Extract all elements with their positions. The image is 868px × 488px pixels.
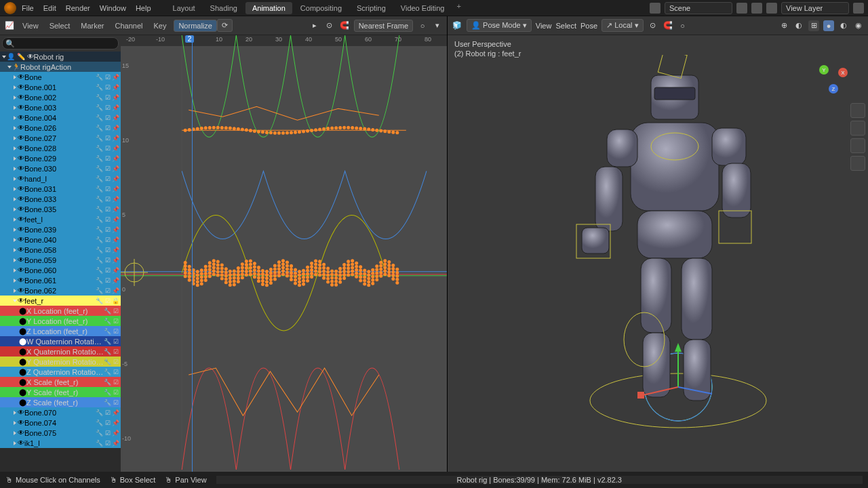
channel-bone[interactable]: 👁 Bone.074🔧☑📌: [0, 418, 121, 428]
channel-bone[interactable]: 👁 Bone.039🔧☑📌: [0, 224, 121, 235]
vp-menu-pose[interactable]: Pose: [580, 22, 597, 30]
scene-delete-icon[interactable]: [751, 3, 762, 14]
mode-dropdown[interactable]: 👤 Pose Mode ▾: [467, 19, 532, 32]
ge-menu-marker[interactable]: Marker: [77, 20, 107, 31]
channel-bone[interactable]: 👁 Bone.062🔧☑📌: [0, 285, 121, 296]
channel-bone[interactable]: 👁 Bone.026🔧☑📌: [0, 123, 121, 133]
channel-bone[interactable]: 👁 Bone.030🔧☑📌: [0, 163, 121, 174]
playhead[interactable]: 2: [192, 35, 193, 472]
channel-fcurve[interactable]: ⬤ Y Scale (feet_r)🔧☑: [0, 387, 121, 397]
menu-file[interactable]: File: [22, 4, 34, 12]
pivot-icon[interactable]: ⊙: [324, 20, 335, 31]
vp-menu-select[interactable]: Select: [555, 22, 576, 30]
cursor-tool-icon[interactable]: ▸: [309, 20, 320, 31]
channel-bone[interactable]: 👁 Bone🔧☑📌: [0, 72, 121, 82]
shading-solid-icon[interactable]: ●: [823, 20, 834, 31]
channel-bone[interactable]: 👁 Bone.002🔧☑📌: [0, 92, 121, 102]
channel-bone[interactable]: 👁 Bone.070🔧☑📌: [0, 407, 121, 418]
ge-menu-view[interactable]: View: [19, 20, 42, 31]
axis-y-icon[interactable]: Y: [819, 65, 829, 75]
channel-bone[interactable]: 👁 Bone.001🔧☑📌: [0, 82, 121, 92]
channel-bone[interactable]: 👁 Bone.075🔧☑📌: [0, 428, 121, 438]
channel-bone[interactable]: 👁 ik1_l🔧☑📌: [0, 438, 121, 448]
channel-search-input[interactable]: [2, 37, 119, 49]
graph-cursor-icon[interactable]: [121, 259, 148, 286]
channel-bone[interactable]: 👁 Bone.040🔧☑📌: [0, 235, 121, 245]
proportional-icon[interactable]: ○: [417, 20, 428, 31]
axis-gizmo[interactable]: X Y Z: [814, 56, 854, 96]
camera-view-icon[interactable]: [850, 138, 865, 153]
tab-scripting[interactable]: Scripting: [350, 2, 393, 14]
tab-video-editing[interactable]: Video Editing: [394, 2, 452, 14]
normalize-auto-icon[interactable]: ⟳: [217, 19, 233, 32]
overlay-toggle-icon[interactable]: ◐: [793, 20, 804, 31]
channel-bone[interactable]: 👁 Bone.033🔧☑📌: [0, 194, 121, 204]
channel-action[interactable]: 🏃 Robot rigAction: [0, 62, 121, 72]
channel-bone[interactable]: 👁 Bone.003🔧☑📌: [0, 102, 121, 113]
gizmo-toggle-icon[interactable]: ⊕: [778, 20, 789, 31]
channel-fcurve[interactable]: ⬤ X Quaternion Rotation (feet_r)🔧☑: [0, 346, 121, 357]
channel-bone[interactable]: 👁 Bone.027🔧☑📌: [0, 133, 121, 143]
channel-fcurve[interactable]: ⬤ Z Location (feet_r)🔧☑: [0, 326, 121, 336]
tab-compositing[interactable]: Compositing: [294, 2, 349, 14]
channel-bone[interactable]: 👁 Bone.035🔧☑📌: [0, 204, 121, 214]
channel-list[interactable]: 👤 ✏️ 👁 Robot rig 🏃 Robot rigAction 👁 Bon…: [0, 35, 121, 472]
viewport-body[interactable]: User Perspective (2) Robot rig : feet_r …: [448, 35, 868, 472]
proportional-edit-icon[interactable]: ○: [677, 20, 688, 31]
vp-menu-view[interactable]: View: [536, 22, 552, 30]
channel-fcurve[interactable]: ⬤ X Scale (feet_r)🔧☑: [0, 377, 121, 387]
channel-fcurve[interactable]: ⬤ Y Quaternion Rotation (feet_r)🔧☑: [0, 357, 121, 367]
channel-bone[interactable]: 👁 Bone.059🔧☑📌: [0, 255, 121, 265]
channel-feet-r[interactable]: 👁 feet_r🔧☑🔒: [0, 296, 121, 306]
snap-mode-dropdown[interactable]: Nearest Frame: [354, 20, 413, 32]
zoom-tool-icon[interactable]: [850, 103, 865, 118]
channel-bone[interactable]: 👁 Bone.061🔧☑📌: [0, 275, 121, 285]
axis-z-icon[interactable]: Z: [829, 84, 838, 94]
snap-toggle-icon[interactable]: 🧲: [663, 20, 673, 31]
menu-help[interactable]: Help: [136, 4, 151, 12]
editor-type-icon[interactable]: 📈: [4, 20, 15, 31]
pivot-point-icon[interactable]: ⊙: [648, 20, 658, 31]
channel-fcurve[interactable]: ⬤ X Location (feet_r)🔧☑: [0, 306, 121, 316]
perspective-toggle-icon[interactable]: [850, 156, 865, 171]
shading-rendered-icon[interactable]: ◉: [853, 20, 864, 31]
move-view-icon[interactable]: [850, 121, 865, 136]
view-layer-input[interactable]: [781, 2, 849, 14]
filter-icon[interactable]: ▾: [432, 20, 443, 31]
tab-layout[interactable]: Layout: [166, 2, 202, 14]
ge-menu-channel[interactable]: Channel: [111, 20, 146, 31]
normalize-toggle[interactable]: Normalize: [174, 20, 217, 32]
menu-render[interactable]: Render: [66, 4, 90, 12]
graph-area[interactable]: -20-1001020304050607080: [121, 35, 447, 472]
channel-fcurve[interactable]: ⬤ Y Location (feet_r)🔧☑: [0, 316, 121, 326]
channel-bone[interactable]: 👁 Bone.029🔧☑📌: [0, 153, 121, 163]
channel-bone[interactable]: 👁 Bone.031🔧☑📌: [0, 184, 121, 194]
channel-fcurve[interactable]: ⬤ W Quaternion Rotation (feet_r)🔧☑: [0, 336, 121, 346]
channel-bone[interactable]: 👁 hand_l🔧☑📌: [0, 174, 121, 184]
svg-point-14: [188, 272, 191, 274]
scene-copy-icon[interactable]: [736, 3, 747, 14]
channel-fcurve[interactable]: ⬤ Z Scale (feet_r)🔧☑: [0, 397, 121, 407]
menu-edit[interactable]: Edit: [43, 4, 56, 12]
editor-type-3d-icon[interactable]: 🧊: [452, 20, 462, 31]
orientation-dropdown[interactable]: ↗ Local ▾: [601, 19, 643, 32]
tab-animation[interactable]: Animation: [245, 2, 292, 14]
menu-window[interactable]: Window: [100, 4, 126, 12]
snap-icon[interactable]: 🧲: [339, 20, 350, 31]
channel-bone[interactable]: 👁 Bone.028🔧☑📌: [0, 143, 121, 153]
channel-fcurve[interactable]: ⬤ Z Quaternion Rotation (feet_r)🔧☑: [0, 367, 121, 377]
channel-bone[interactable]: 👁 Bone.004🔧☑📌: [0, 113, 121, 123]
channel-bone[interactable]: 👁 Bone.060🔧☑📌: [0, 265, 121, 275]
axis-x-icon[interactable]: X: [838, 68, 848, 77]
add-workspace-icon[interactable]: +: [456, 2, 460, 14]
scene-name-input[interactable]: [665, 2, 732, 14]
channel-bone[interactable]: 👁 Bone.058🔧☑📌: [0, 245, 121, 255]
viewlayer-delete-icon[interactable]: [853, 3, 864, 14]
shading-material-icon[interactable]: ◐: [838, 20, 849, 31]
shading-wireframe-icon[interactable]: ⊞: [808, 20, 819, 31]
channel-bone[interactable]: 👁 feet_l🔧☑📌: [0, 214, 121, 224]
ge-menu-select[interactable]: Select: [46, 20, 74, 31]
ge-menu-key[interactable]: Key: [150, 20, 170, 31]
tab-shading[interactable]: Shading: [203, 2, 244, 14]
channel-root[interactable]: 👤 ✏️ 👁 Robot rig: [0, 52, 121, 62]
